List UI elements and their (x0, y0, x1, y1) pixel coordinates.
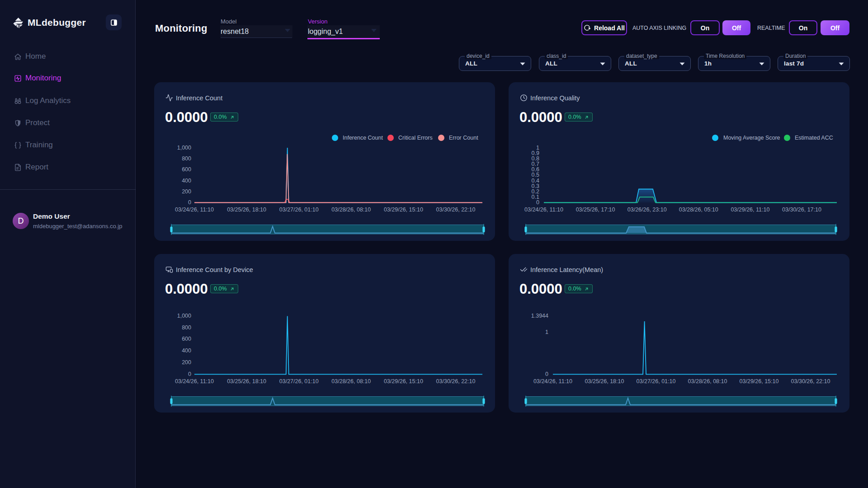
svg-text:03/30/26, 22:10: 03/30/26, 22:10 (436, 206, 476, 213)
svg-text:03/24/26, 11:10: 03/24/26, 11:10 (533, 378, 572, 385)
svg-text:03/27/26, 01:10: 03/27/26, 01:10 (279, 206, 319, 213)
svg-text:03/24/26, 11:10: 03/24/26, 11:10 (175, 378, 214, 385)
svg-text:0: 0 (188, 199, 191, 206)
svg-text:1,000: 1,000 (177, 313, 191, 319)
svg-text:200: 200 (182, 359, 191, 366)
svg-text:03/25/26, 18:10: 03/25/26, 18:10 (227, 378, 266, 385)
svg-text:600: 600 (182, 336, 191, 342)
svg-text:03/27/26, 01:10: 03/27/26, 01:10 (637, 378, 676, 385)
svg-text:03/28/26, 08:10: 03/28/26, 08:10 (331, 206, 371, 213)
svg-text:03/27/26, 01:10: 03/27/26, 01:10 (279, 378, 319, 385)
svg-text:0: 0 (536, 199, 539, 206)
svg-text:200: 200 (182, 188, 191, 195)
svg-text:03/29/26, 15:10: 03/29/26, 15:10 (740, 378, 779, 385)
svg-text:1,000: 1,000 (177, 145, 191, 151)
svg-text:03/29/26, 15:10: 03/29/26, 15:10 (384, 378, 423, 385)
svg-text:1: 1 (545, 329, 548, 335)
svg-text:0: 0 (188, 371, 191, 377)
svg-text:0: 0 (545, 371, 548, 377)
svg-text:400: 400 (182, 347, 191, 354)
svg-text:03/28/26, 08:10: 03/28/26, 08:10 (331, 378, 371, 385)
svg-text:03/26/26, 23:10: 03/26/26, 23:10 (627, 206, 667, 213)
svg-text:1.3944: 1.3944 (531, 313, 548, 319)
svg-text:03/29/26, 15:10: 03/29/26, 15:10 (384, 206, 423, 213)
svg-text:03/24/26, 11:10: 03/24/26, 11:10 (524, 206, 563, 213)
svg-text:03/29/26, 11:10: 03/29/26, 11:10 (731, 206, 769, 213)
svg-text:800: 800 (182, 324, 191, 331)
svg-text:03/30/26, 22:10: 03/30/26, 22:10 (791, 378, 830, 385)
svg-text:600: 600 (182, 166, 191, 173)
svg-text:400: 400 (182, 178, 191, 184)
svg-text:03/25/26, 17:10: 03/25/26, 17:10 (576, 206, 615, 213)
svg-text:03/28/26, 05:10: 03/28/26, 05:10 (679, 206, 718, 213)
svg-text:03/28/26, 08:10: 03/28/26, 08:10 (688, 378, 727, 385)
svg-text:800: 800 (182, 155, 191, 162)
svg-text:03/25/26, 18:10: 03/25/26, 18:10 (585, 378, 624, 385)
svg-text:03/30/26, 22:10: 03/30/26, 22:10 (436, 378, 476, 385)
svg-text:03/24/26, 11:10: 03/24/26, 11:10 (175, 206, 214, 213)
svg-text:03/30/26, 17:10: 03/30/26, 17:10 (782, 206, 821, 213)
svg-text:03/25/26, 18:10: 03/25/26, 18:10 (227, 206, 266, 213)
